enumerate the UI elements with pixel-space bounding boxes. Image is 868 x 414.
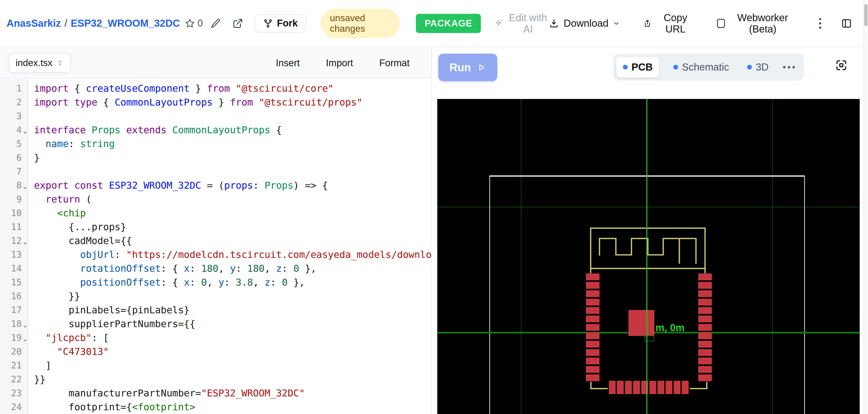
code-line-content: footprint={<footprint> bbox=[29, 400, 195, 414]
code-line[interactable]: 19⌄ "jlcpcb": [ bbox=[0, 331, 431, 345]
tab-3d[interactable]: 3D bbox=[743, 57, 773, 77]
scrollbar-thumb[interactable] bbox=[864, 4, 868, 26]
fold-chevron-icon[interactable]: ⌄ bbox=[22, 123, 29, 137]
toggle-sidebar-button[interactable] bbox=[841, 18, 852, 29]
editor-toolbar-buttons: Insert Import Format bbox=[276, 47, 431, 78]
code-line[interactable]: 16 }} bbox=[0, 289, 431, 303]
fold-gutter-spacer bbox=[22, 109, 29, 123]
line-number: 17 bbox=[0, 303, 22, 317]
breadcrumb-package-link[interactable]: ESP32_WROOM_32DC bbox=[71, 18, 180, 29]
external-link-icon bbox=[232, 18, 243, 29]
code-line[interactable]: 15 positionOffset: { x: 0, y: 3.8, z: 0 … bbox=[0, 276, 431, 289]
code-line-content: {...props} bbox=[29, 220, 126, 234]
fullscreen-icon bbox=[835, 59, 848, 72]
tab-schematic[interactable]: Schematic bbox=[669, 57, 733, 77]
open-external-button[interactable] bbox=[232, 18, 243, 29]
code-editor[interactable]: 1import { createUseComponent } from "@ts… bbox=[0, 79, 431, 414]
code-line[interactable]: 13 objUrl: "https://modelcdn.tscircuit.c… bbox=[0, 248, 431, 262]
fullscreen-button[interactable] bbox=[834, 58, 849, 73]
line-number: 11 bbox=[0, 220, 22, 234]
line-number: 2 bbox=[0, 95, 22, 109]
fold-gutter-spacer bbox=[22, 400, 29, 414]
thermal-pad bbox=[628, 310, 654, 336]
fold-gutter-spacer bbox=[22, 220, 29, 234]
code-line[interactable]: 17 pinLabels={pinLabels} bbox=[0, 303, 431, 317]
webworker-label: Webworker (Beta) bbox=[730, 12, 796, 35]
code-line[interactable]: 2import type { CommonLayoutProps } from … bbox=[0, 95, 431, 109]
format-button[interactable]: Format bbox=[379, 58, 409, 68]
code-line[interactable]: 22}} bbox=[0, 373, 431, 386]
page-scrollbar[interactable] bbox=[864, 0, 868, 414]
fork-icon bbox=[263, 19, 273, 28]
code-line-content: import type { CommonLayoutProps } from "… bbox=[29, 95, 363, 109]
insert-button[interactable]: Insert bbox=[276, 58, 300, 68]
panel-left-icon bbox=[841, 18, 852, 29]
code-line[interactable]: 11 {...props} bbox=[0, 220, 431, 234]
fold-gutter-spacer bbox=[22, 262, 29, 276]
line-number: 15 bbox=[0, 276, 22, 289]
tab-dot-icon bbox=[747, 65, 752, 69]
webworker-toggle[interactable]: Webworker (Beta) bbox=[717, 12, 796, 35]
import-button[interactable]: Import bbox=[326, 58, 353, 68]
line-number: 5 bbox=[0, 137, 22, 151]
fold-gutter-spacer bbox=[22, 386, 29, 400]
code-line[interactable]: 4⌄interface Props extends CommonLayoutPr… bbox=[0, 123, 431, 137]
code-line[interactable]: 24 footprint={<footprint> bbox=[0, 400, 431, 414]
fold-gutter-spacer bbox=[22, 276, 29, 289]
code-line[interactable]: 18⌄ supplierPartNumbers={{ bbox=[0, 317, 431, 331]
edit-with-ai-button[interactable]: Edit with AI bbox=[494, 12, 549, 35]
run-button[interactable]: Run bbox=[438, 54, 497, 81]
fold-chevron-icon[interactable]: ⌄ bbox=[22, 317, 29, 331]
code-line[interactable]: 12⌄ cadModel={{ bbox=[0, 234, 431, 248]
code-line[interactable]: 8⌄export const ESP32_WROOM_32DC = (props… bbox=[0, 179, 431, 192]
breadcrumb-owner-link[interactable]: AnasSarkiz bbox=[6, 18, 61, 29]
fold-chevron-icon[interactable]: ⌄ bbox=[22, 179, 29, 192]
line-number: 22 bbox=[0, 373, 22, 386]
view-tabs: PCBSchematic3D••• bbox=[613, 54, 804, 81]
sparkles-icon bbox=[494, 18, 503, 29]
line-number: 6 bbox=[0, 151, 22, 165]
code-line[interactable]: 6} bbox=[0, 151, 431, 165]
code-line-content: ] bbox=[29, 359, 51, 373]
code-line-content: objUrl: "https://modelcdn.tscircuit.com/… bbox=[29, 248, 431, 262]
code-line[interactable]: 7 bbox=[0, 165, 431, 179]
origin-label: m, 0m bbox=[655, 322, 685, 333]
copy-url-label: Copy URL bbox=[656, 12, 694, 35]
chevron-down-icon bbox=[613, 20, 620, 27]
code-line[interactable]: 20 "C473013" bbox=[0, 345, 431, 359]
fork-button[interactable]: Fork bbox=[255, 14, 306, 32]
fold-chevron-icon[interactable]: ⌄ bbox=[22, 331, 29, 345]
more-options-button[interactable] bbox=[817, 17, 823, 30]
line-number: 16 bbox=[0, 289, 22, 303]
code-line[interactable]: 1import { createUseComponent } from "@ts… bbox=[0, 82, 431, 95]
editor-toolbar: index.tsx Insert Import Format bbox=[0, 47, 431, 78]
code-line[interactable]: 5 name: string bbox=[0, 137, 431, 151]
code-line[interactable]: 3 bbox=[0, 109, 431, 123]
fold-gutter-spacer bbox=[22, 345, 29, 359]
code-line[interactable]: 10 <chip bbox=[0, 206, 431, 220]
code-line[interactable]: 9 return ( bbox=[0, 192, 431, 206]
code-line-content: name: string bbox=[29, 137, 115, 151]
tab-label: PCB bbox=[631, 61, 653, 73]
tabs-more-button[interactable]: ••• bbox=[783, 62, 797, 72]
file-selector[interactable]: index.tsx bbox=[9, 53, 70, 73]
code-line-content: supplierPartNumbers={{ bbox=[29, 317, 195, 331]
webworker-checkbox[interactable] bbox=[717, 19, 725, 28]
code-line-content bbox=[29, 165, 34, 179]
star-button[interactable]: 0 bbox=[185, 18, 203, 29]
pcb-canvas[interactable]: m, 0m bbox=[437, 99, 860, 414]
fold-gutter-spacer bbox=[22, 373, 29, 386]
star-count: 0 bbox=[197, 18, 203, 29]
copy-url-button[interactable]: Copy URL bbox=[643, 12, 694, 35]
fold-chevron-icon[interactable]: ⌄ bbox=[22, 234, 29, 248]
edit-title-button[interactable] bbox=[210, 18, 221, 29]
chevrons-up-down-icon bbox=[56, 59, 64, 67]
line-number: 1 bbox=[0, 82, 22, 95]
code-line[interactable]: 21 ] bbox=[0, 359, 431, 373]
fold-gutter-spacer bbox=[22, 206, 29, 220]
code-line[interactable]: 14 rotationOffset: { x: 180, y: 180, z: … bbox=[0, 262, 431, 276]
fold-gutter-spacer bbox=[22, 82, 29, 95]
download-button[interactable]: Download bbox=[549, 18, 620, 29]
code-line[interactable]: 23 manufacturerPartNumber="ESP32_WROOM_3… bbox=[0, 386, 431, 400]
tab-pcb[interactable]: PCB bbox=[616, 57, 659, 77]
